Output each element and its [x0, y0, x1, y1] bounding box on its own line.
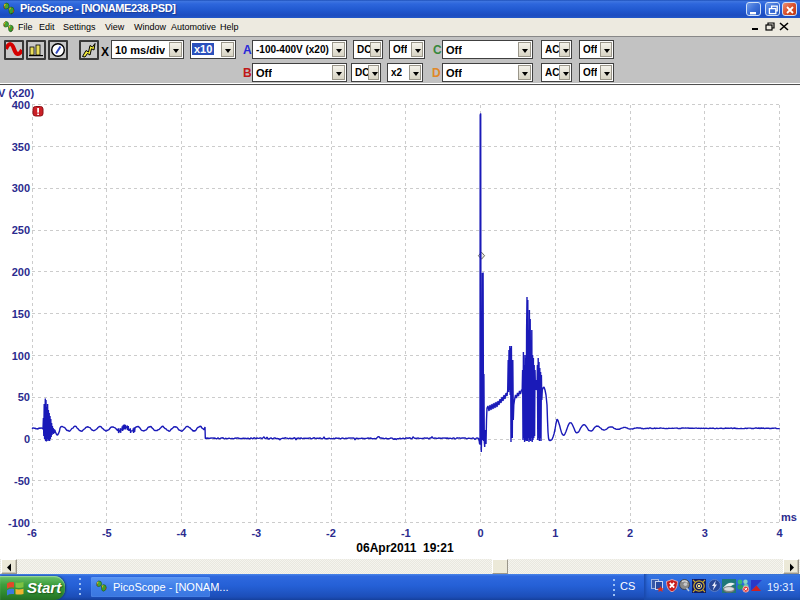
svg-text:300: 300: [12, 182, 30, 194]
svg-text:-5: -5: [102, 527, 112, 539]
svg-text:ms: ms: [781, 511, 797, 523]
svg-text:-6: -6: [27, 527, 37, 539]
svg-text:-2: -2: [326, 527, 336, 539]
svg-text:4: 4: [777, 527, 784, 539]
svg-text:150: 150: [12, 308, 30, 320]
svg-text:400: 400: [12, 99, 30, 111]
svg-text:200: 200: [12, 266, 30, 278]
svg-text:350: 350: [12, 141, 30, 153]
svg-text:06Apr2011 19:21: 06Apr2011 19:21: [356, 541, 454, 555]
svg-text:1: 1: [552, 527, 558, 539]
svg-text:V (x20): V (x20): [0, 87, 34, 99]
svg-text:0: 0: [24, 433, 30, 445]
svg-text:2: 2: [627, 527, 633, 539]
svg-text:-50: -50: [14, 475, 30, 487]
svg-text:-1: -1: [401, 527, 411, 539]
svg-text:-4: -4: [177, 527, 188, 539]
svg-text:3: 3: [702, 527, 708, 539]
svg-text:50: 50: [18, 391, 30, 403]
svg-text:-3: -3: [251, 527, 261, 539]
svg-text:250: 250: [12, 224, 30, 236]
svg-text:100: 100: [12, 350, 30, 362]
svg-text:0: 0: [478, 527, 484, 539]
